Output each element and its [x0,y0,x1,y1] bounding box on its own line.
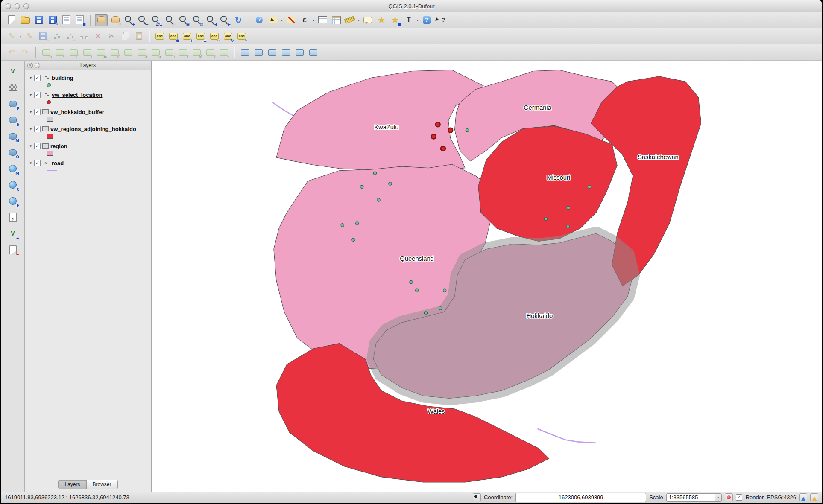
copy-features-icon[interactable] [119,30,131,42]
zoom-out-icon[interactable]: − [137,14,149,26]
measure-icon-dropdown[interactable]: ▾ [358,18,360,22]
refresh-map-icon[interactable]: ↻ [232,14,244,26]
map-canvas[interactable]: KwaZuluGermaniaQueenslandHokkaidoMissour… [152,61,822,492]
identify-features-icon[interactable]: i [253,14,265,26]
paste-features-icon[interactable] [133,30,145,42]
zoom-next-icon[interactable]: ▶ [219,14,231,26]
add-wms-layer-icon[interactable]: M [6,162,19,175]
mouse-position-icon[interactable] [473,493,481,501]
layer-name[interactable]: region [50,143,67,149]
delete-ring-icon[interactable]: ∅ [108,47,120,58]
add-wcs-layer-icon[interactable]: C [6,178,19,191]
title-bar[interactable]: QGIS 2.0.1-Dufour [1,0,822,12]
zoom-native-icon[interactable]: 1:1 [150,14,162,26]
panel-tab-browser[interactable]: Browser [87,480,118,489]
layer-visibility-checkbox[interactable]: ✓ [34,75,41,81]
map-tips-icon[interactable] [362,14,374,26]
coordinate-input[interactable] [515,493,646,502]
help-contents-icon[interactable]: ? [421,14,433,26]
pin-labels-icon[interactable]: abc+ [181,30,193,42]
cut-features-icon[interactable]: ✂ [105,30,117,42]
close-window-button[interactable] [6,3,11,9]
redo-icon[interactable]: ↷ [19,47,31,58]
open-attribute-table-icon[interactable] [316,14,328,26]
layer-visibility-checkbox[interactable]: ✓ [34,143,41,149]
delete-selected-icon[interactable]: × [92,30,104,42]
layer-visibility-checkbox[interactable]: ✓ [34,109,41,115]
open-project-icon[interactable] [19,14,31,26]
expand-arrow-icon[interactable]: ▼ [27,161,34,165]
layer-item-road[interactable]: ▼✓≈road [25,157,151,175]
add-raster-layer-icon[interactable] [6,81,19,94]
text-annotation-icon[interactable]: T▾ [403,14,415,26]
select-features-icon-dropdown[interactable]: ▾ [281,18,283,22]
rotate-label-icon[interactable]: abc↻ [222,30,234,42]
zoom-last-icon[interactable]: ◀ [205,14,217,26]
zoom-full-extent-icon[interactable]: ◻ [164,14,176,26]
node-tool-icon[interactable] [78,30,90,42]
layer-name[interactable]: vw_hokkaido_buffer [50,109,104,115]
layer-visibility-checkbox[interactable]: ✓ [34,92,41,98]
add-delimited-text-layer-icon[interactable]: , [6,211,19,224]
offset-curve-icon[interactable]: ≈ [149,47,161,58]
vector-tool-4-icon[interactable] [280,47,292,58]
add-spatialite-layer-icon[interactable]: S [6,114,19,126]
expand-arrow-icon[interactable]: ▼ [27,110,34,114]
crs-selector-icon[interactable] [799,493,807,501]
zoom-to-selection-icon[interactable]: ▣ [178,14,190,26]
layer-name[interactable]: vw_regions_adjoining_hokkaido [50,126,136,132]
show-hidden-labels-icon[interactable]: abc≡ [195,30,207,42]
expand-arrow-icon[interactable]: ▼ [27,144,34,148]
merge-features-icon[interactable]: M [190,47,202,58]
pan-map-icon[interactable] [95,14,108,26]
scale-dropdown-icon[interactable]: ▾ [715,494,721,501]
add-postgis-layer-icon[interactable]: P [6,97,19,110]
vector-tool-3-icon[interactable] [266,47,278,58]
layer-visibility-checkbox[interactable]: ✓ [34,160,41,166]
new-print-composer-icon[interactable] [60,14,72,26]
vector-tool-6-icon[interactable] [307,47,319,58]
zoom-to-layer-icon[interactable]: ▤ [191,14,203,26]
select-features-icon[interactable]: ▾ [267,14,279,26]
add-wfs-layer-icon[interactable]: F [6,195,19,207]
layer-visibility-checkbox[interactable]: ✓ [34,126,41,132]
measure-icon[interactable]: ▾ [344,14,356,26]
rotate-feature-icon[interactable]: ↻ [40,47,52,58]
undo-icon[interactable]: ↶ [6,47,18,58]
text-annotation-icon-dropdown[interactable]: ▾ [417,18,419,22]
layer-name[interactable]: road [52,160,64,166]
move-label-icon[interactable]: abc↔ [208,30,220,42]
close-panel-icon[interactable]: ✕ [27,63,33,68]
layer-item-region[interactable]: ▼✓region [25,140,151,157]
feature-action-icon[interactable]: ε▾ [299,14,310,26]
split-parts-icon[interactable]: Y [177,47,189,58]
scale-combo[interactable]: 1:33565585 ▾ [666,493,722,502]
change-label-icon[interactable]: abc✎ [236,30,248,42]
vector-tool-2-icon[interactable] [252,47,264,58]
expand-arrow-icon[interactable]: ▼ [27,127,34,131]
minimize-window-button[interactable] [15,3,20,9]
layer-item-vw_regions_adjoining_hokkaido[interactable]: ▼✓vw_regions_adjoining_hokkaido [25,123,151,140]
current-edits-icon-dropdown[interactable]: ▾ [20,34,21,38]
remove-layer-icon[interactable]: − [6,243,19,256]
add-part-icon[interactable]: + [81,47,93,58]
stop-rendering-icon[interactable] [725,493,733,501]
layer-name[interactable]: building [52,75,73,81]
label-settings-icon[interactable]: abc [154,30,166,42]
merge-attributes-icon[interactable]: Σ [204,47,216,58]
delete-part-icon[interactable]: − [122,47,134,58]
composer-manager-icon[interactable]: ≡ [74,14,86,26]
pan-to-selection-icon[interactable]: ◦ [109,14,121,26]
new-shapefile-layer-icon[interactable]: V+ [6,227,19,240]
detach-panel-icon[interactable]: ▫ [35,63,40,68]
toggle-editing-icon[interactable]: ✎ [23,30,35,42]
add-oracle-layer-icon[interactable]: O [6,146,19,159]
layer-item-vw_select_location[interactable]: ▼✓vw_select_location [25,89,151,106]
render-checkbox[interactable]: ✓ [736,494,742,501]
add-vector-layer-icon[interactable]: V [6,65,19,78]
split-features-icon[interactable]: / [163,47,175,58]
vector-tool-1-icon[interactable] [239,47,251,58]
rotate-point-symbols-icon[interactable]: ✶ [218,47,230,58]
new-bookmark-icon[interactable]: ★ [375,14,387,26]
save-layer-edits-icon[interactable]: ✎ [37,30,49,42]
